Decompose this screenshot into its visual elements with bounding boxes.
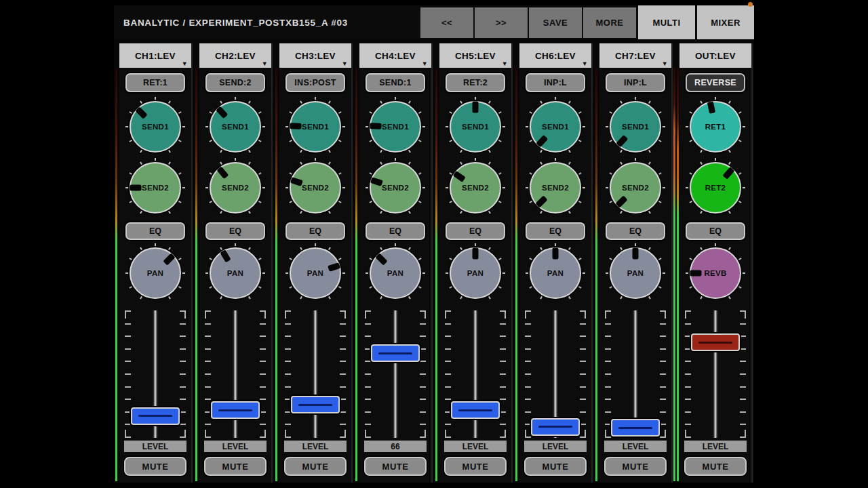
- fader-handle[interactable]: [131, 407, 180, 425]
- send1-knob[interactable]: SEND1: [368, 99, 423, 155]
- send2-knob[interactable]: SEND2: [127, 160, 183, 216]
- mute-button[interactable]: MUTE: [444, 457, 507, 476]
- pan-knob[interactable]: PAN: [208, 245, 263, 301]
- fader-handle[interactable]: [211, 401, 260, 419]
- ret1-knob[interactable]: RET1: [688, 99, 743, 155]
- ret2-knob[interactable]: RET2: [688, 160, 743, 216]
- channel-select-dropdown[interactable]: CH1:LEV▼: [119, 43, 191, 68]
- send2-knob[interactable]: SEND2: [528, 160, 583, 216]
- knob-label: SEND2: [448, 160, 503, 216]
- level-fader[interactable]: [685, 310, 746, 438]
- fader-ticks: [125, 310, 131, 438]
- pan-knob[interactable]: PAN: [528, 245, 583, 301]
- fader-handle[interactable]: [291, 396, 340, 413]
- level-meter: [435, 68, 437, 481]
- eq-button[interactable]: EQ: [285, 222, 345, 240]
- fader-ticks: [500, 310, 506, 438]
- channel-select-dropdown[interactable]: CH5:LEV▼: [439, 43, 511, 68]
- screen: BANALYTIC / EXPERIMENT_POSTXB155_A #03 <…: [0, 0, 868, 488]
- mode-button[interactable]: INS:POST: [285, 73, 345, 92]
- channel-select-dropdown[interactable]: CH6:LEV▼: [519, 43, 591, 68]
- fader-ticks: [340, 310, 346, 438]
- send2-knob[interactable]: SEND2: [288, 160, 343, 216]
- fader-handle-line: [538, 426, 572, 428]
- knob-label: SEND1: [288, 99, 343, 155]
- fader-handle[interactable]: [531, 418, 580, 436]
- knob-label: SEND2: [208, 160, 263, 216]
- channel-select-dropdown[interactable]: CH4:LEV▼: [359, 43, 431, 68]
- mode-button[interactable]: RET:1: [125, 73, 185, 92]
- level-fader[interactable]: [205, 310, 266, 438]
- channel-name: CH3:LEV: [295, 51, 336, 61]
- mute-button[interactable]: MUTE: [124, 457, 186, 476]
- send1-knob[interactable]: SEND1: [288, 99, 343, 155]
- send2-knob[interactable]: SEND2: [368, 160, 423, 216]
- eq-button[interactable]: EQ: [606, 222, 665, 240]
- level-value: LEVEL: [284, 441, 347, 452]
- multi-tab[interactable]: MULTI: [638, 5, 695, 39]
- fader-track: [395, 310, 397, 438]
- channel-select-dropdown[interactable]: CH7:LEV▼: [599, 43, 671, 68]
- mixer-tab[interactable]: MIXER: [697, 5, 754, 39]
- channel-strip-ch7: CH7:LEV▼INP:LSEND1SEND2EQPANLEVELMUTE: [599, 43, 671, 483]
- fader-ticks: [685, 310, 691, 438]
- send2-knob[interactable]: SEND2: [448, 160, 503, 216]
- level-fader[interactable]: [125, 310, 186, 438]
- chevron-down-icon: ▼: [502, 60, 508, 67]
- pan-knob[interactable]: PAN: [608, 245, 663, 301]
- fader-handle[interactable]: [371, 344, 420, 362]
- pan-knob[interactable]: PAN: [448, 245, 503, 301]
- send2-knob[interactable]: SEND2: [208, 160, 263, 216]
- level-fader[interactable]: [365, 310, 426, 438]
- fader-handle[interactable]: [611, 419, 660, 436]
- mode-button[interactable]: INP:L: [526, 73, 585, 92]
- mute-button[interactable]: MUTE: [364, 457, 427, 476]
- send1-knob[interactable]: SEND1: [528, 99, 583, 155]
- send1-knob[interactable]: SEND1: [448, 99, 503, 155]
- send2-knob[interactable]: SEND2: [608, 160, 663, 216]
- level-fader[interactable]: [285, 310, 346, 438]
- next-button[interactable]: >>: [475, 7, 528, 38]
- eq-button[interactable]: EQ: [366, 222, 425, 240]
- channel-strip-ch1: CH1:LEV▼RET:1SEND1SEND2EQPANLEVELMUTE: [119, 43, 191, 483]
- channel-select-dropdown[interactable]: OUT:LEV: [679, 43, 751, 68]
- pan-knob[interactable]: PAN: [127, 245, 183, 301]
- mute-button[interactable]: MUTE: [204, 457, 267, 476]
- level-fader[interactable]: [525, 310, 586, 438]
- fader-ticks: [285, 310, 291, 438]
- mode-button[interactable]: SEND:1: [366, 73, 425, 92]
- level-fader[interactable]: [445, 310, 506, 438]
- eq-button[interactable]: EQ: [125, 222, 185, 240]
- mute-button[interactable]: MUTE: [284, 457, 347, 476]
- revb-knob[interactable]: REVB: [688, 245, 743, 301]
- level-value: LEVEL: [204, 441, 267, 452]
- level-value: LEVEL: [444, 441, 507, 452]
- channel-select-dropdown[interactable]: CH2:LEV▼: [199, 43, 271, 68]
- mode-button[interactable]: REVERSE: [686, 73, 745, 92]
- mute-button[interactable]: MUTE: [524, 457, 587, 476]
- send1-knob[interactable]: SEND1: [608, 99, 663, 155]
- level-value: 66: [364, 441, 427, 452]
- send1-knob[interactable]: SEND1: [127, 99, 183, 155]
- eq-button[interactable]: EQ: [446, 222, 505, 240]
- eq-button[interactable]: EQ: [526, 222, 585, 240]
- more-button[interactable]: MORE: [583, 7, 636, 38]
- channel-select-dropdown[interactable]: CH3:LEV▼: [279, 43, 351, 68]
- mute-button[interactable]: MUTE: [684, 457, 747, 476]
- eq-button[interactable]: EQ: [686, 222, 745, 240]
- mute-button[interactable]: MUTE: [604, 457, 667, 476]
- send1-knob[interactable]: SEND1: [208, 99, 263, 155]
- pan-knob[interactable]: PAN: [368, 245, 423, 301]
- eq-button[interactable]: EQ: [205, 222, 265, 240]
- knob-label: RET2: [688, 160, 743, 216]
- pan-knob[interactable]: PAN: [288, 245, 343, 301]
- save-button[interactable]: SAVE: [529, 7, 582, 38]
- mode-button[interactable]: SEND:2: [205, 73, 265, 92]
- mode-button[interactable]: INP:L: [606, 73, 665, 92]
- fader-handle[interactable]: [691, 333, 740, 351]
- level-value: LEVEL: [524, 441, 587, 452]
- level-fader[interactable]: [605, 310, 666, 438]
- fader-handle[interactable]: [451, 401, 500, 419]
- mode-button[interactable]: RET:2: [446, 73, 505, 92]
- prev-button[interactable]: <<: [420, 7, 473, 38]
